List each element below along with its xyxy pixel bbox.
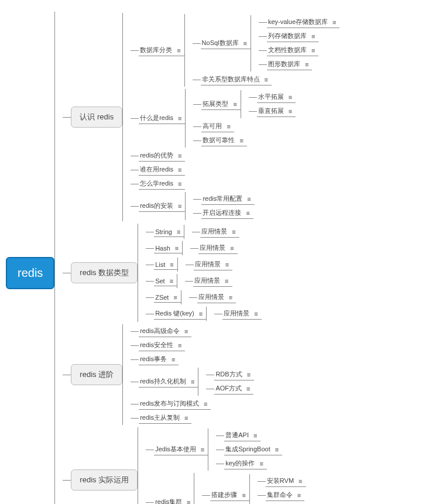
node-key[interactable]: Redis 键(key)≡ <box>154 308 206 320</box>
node-rvm[interactable]: 安装RVM≡ <box>266 475 306 487</box>
label: key-value存储数据库 <box>268 18 328 26</box>
label: key的操作 <box>225 459 255 468</box>
notes-icon: ≡ <box>254 310 258 317</box>
node-graph-db[interactable]: 图形数据库≡ <box>267 59 312 70</box>
notes-icon: ≡ <box>299 478 302 485</box>
label: redis持久化机制 <box>140 377 186 386</box>
node-ha[interactable]: 高可用≡ <box>201 121 234 132</box>
notes-icon: ≡ <box>259 460 263 467</box>
mindmap-root-container: redis 认识 redis 数据库分类 ≡ <box>6 12 433 504</box>
label: redis的优势 <box>140 151 173 160</box>
label: redis高级命令 <box>140 327 180 335</box>
label: 应用情景 <box>198 293 224 301</box>
node-springboot[interactable]: 集成SpringBoot≡ <box>224 444 282 455</box>
label: Redis 键(key) <box>155 309 194 318</box>
label: redis主从复制 <box>140 413 180 422</box>
node-who[interactable]: 谁在用redis≡ <box>139 164 185 176</box>
root-node[interactable]: redis <box>6 257 54 289</box>
notes-icon: ≡ <box>177 47 180 54</box>
node-set[interactable]: Set≡ <box>154 276 177 286</box>
node-usage[interactable]: 应用情景≡ <box>193 275 232 287</box>
node-jedis[interactable]: Jedis基本使用≡ <box>154 444 208 455</box>
label: ZSet <box>155 294 169 301</box>
node-keyop[interactable]: key的操作≡ <box>224 458 267 469</box>
node-reliability[interactable]: 数据可靠性≡ <box>201 135 246 146</box>
node-hash[interactable]: Hash≡ <box>154 244 182 253</box>
node-usage[interactable]: 应用情景≡ <box>198 242 237 254</box>
node-ms[interactable]: redis主从复制≡ <box>139 412 191 424</box>
node-advanced[interactable]: redis 进阶 <box>71 364 122 385</box>
notes-icon: ≡ <box>305 61 308 68</box>
label: redis发布与订阅模式 <box>140 399 199 408</box>
node-adv-cmd[interactable]: redis高级命令≡ <box>139 325 191 337</box>
notes-icon: ≡ <box>178 115 181 122</box>
notes-icon: ≡ <box>232 228 235 235</box>
node-string[interactable]: String≡ <box>154 227 184 237</box>
node-pubsub[interactable]: redis发布与订阅模式≡ <box>139 398 211 410</box>
node-list[interactable]: List≡ <box>154 260 177 270</box>
node-tx[interactable]: redis事务≡ <box>139 354 179 365</box>
label: List <box>155 261 165 268</box>
node-data-types[interactable]: redis 数据类型 <box>71 262 138 283</box>
label: Hash <box>155 245 170 252</box>
notes-icon: ≡ <box>243 40 247 47</box>
label: redis常用配置 <box>203 194 242 203</box>
node-nosql[interactable]: NoSql数据库 ≡ <box>201 37 251 49</box>
node-config[interactable]: redis常用配置≡ <box>201 193 254 205</box>
node-usage[interactable]: 应用情景≡ <box>222 308 261 320</box>
node-rdb[interactable]: RDB方式≡ <box>214 369 254 380</box>
node-advantage[interactable]: redis的优势≡ <box>139 150 185 162</box>
node-usage[interactable]: 应用情景≡ <box>197 292 236 303</box>
node-usage[interactable]: 应用情景≡ <box>200 226 239 238</box>
label: RDB方式 <box>215 370 242 379</box>
notes-icon: ≡ <box>247 196 251 203</box>
node-api[interactable]: 普通API≡ <box>224 430 260 441</box>
node-hscale[interactable]: 水平拓展≡ <box>257 91 296 103</box>
node-cluster[interactable]: redis集群≡ <box>154 496 194 504</box>
node-remote[interactable]: 开启远程连接≡ <box>201 207 253 219</box>
node-how-learn[interactable]: 怎么学redis≡ <box>139 178 185 190</box>
node-security[interactable]: redis安全性≡ <box>139 340 185 351</box>
node-doc-db[interactable]: 文档性数据库≡ <box>267 44 318 56</box>
label: 怎么学redis <box>140 179 173 188</box>
node-cluster-cmd[interactable]: 集群命令≡ <box>266 489 304 501</box>
notes-icon: ≡ <box>253 432 257 439</box>
notes-icon: ≡ <box>178 203 181 210</box>
label: 应用情景 <box>194 276 220 285</box>
notes-icon: ≡ <box>311 47 315 54</box>
notes-icon: ≡ <box>178 342 181 349</box>
notes-icon: ≡ <box>311 33 315 40</box>
node-kv-db[interactable]: key-value存储数据库≡ <box>267 16 340 28</box>
node-nonrel[interactable]: 非关系型数据库特点≡ <box>201 74 272 85</box>
node-practical[interactable]: redis 实际运用 <box>71 469 138 491</box>
node-build[interactable]: 搭建步骤≡ <box>210 489 249 501</box>
notes-icon: ≡ <box>242 492 245 499</box>
node-install[interactable]: redis的安装≡ <box>139 200 185 212</box>
label: NoSql数据库 <box>202 39 239 47</box>
node-what-is-redis[interactable]: 什么是redis ≡ <box>139 112 185 124</box>
label: 应用情景 <box>201 227 227 236</box>
label: 列存储数据库 <box>268 32 307 40</box>
notes-icon: ≡ <box>246 385 250 392</box>
node-col-db[interactable]: 列存储数据库≡ <box>267 30 318 42</box>
node-db-category[interactable]: 数据库分类 ≡ <box>139 44 184 56</box>
notes-icon: ≡ <box>173 294 177 301</box>
node-know-redis[interactable]: 认识 redis <box>71 107 122 128</box>
label: 什么是redis <box>140 114 173 122</box>
node-aof[interactable]: AOF方式≡ <box>214 383 253 395</box>
node-persist[interactable]: redis持久化机制≡ <box>139 376 198 388</box>
label: 集成SpringBoot <box>225 445 270 454</box>
label: 应用情景 <box>224 309 249 318</box>
notes-icon: ≡ <box>227 123 230 130</box>
label: 数据库分类 <box>140 46 172 54</box>
label: 图形数据库 <box>268 60 300 68</box>
notes-icon: ≡ <box>246 210 249 217</box>
node-zset[interactable]: ZSet≡ <box>154 293 181 303</box>
node-usage[interactable]: 应用情景≡ <box>194 259 232 270</box>
label: String <box>155 228 172 235</box>
notes-icon: ≡ <box>275 446 279 453</box>
node-scale-type[interactable]: 拓展类型≡ <box>201 98 240 110</box>
label: 安装RVM <box>267 476 294 485</box>
node-vscale[interactable]: 垂直拓展≡ <box>257 105 296 117</box>
label: 搭建步骤 <box>211 491 237 499</box>
